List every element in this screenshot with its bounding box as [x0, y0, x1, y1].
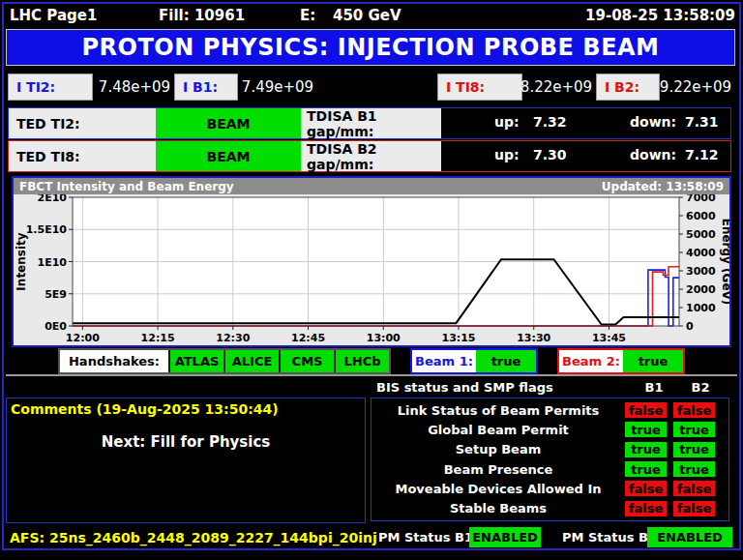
- svg-text:Intensity: Intensity: [15, 232, 28, 290]
- svg-text:13:45: 13:45: [592, 332, 626, 344]
- fbct-chart-panel: FBCT Intensity and Beam Energy Updated: …: [12, 176, 731, 347]
- banner-title: PROTON PHYSICS: INJECTION PROBE BEAM: [81, 34, 659, 61]
- separator-line: [6, 374, 737, 376]
- bis-flag-b1: true: [625, 442, 667, 457]
- bis-row-link-status: Link Status of Beam Permits false false: [372, 400, 728, 420]
- fbct-intensity-energy-chart: 12:0012:1512:3012:4513:0013:1513:3013:45…: [14, 194, 729, 345]
- lhc-page1-screen: LHC Page1 Fill: 10961 E: 450 GeV 19-08-2…: [0, 0, 743, 560]
- energy-value: 450 GeV: [333, 7, 401, 24]
- gap-down-label: down:: [630, 114, 676, 130]
- gap-up-label: up:: [494, 147, 520, 162]
- ted-row-ti2: TED TI2: BEAM TDISA B1 gap/mm: up: 7.32 …: [8, 107, 731, 139]
- intensity-label-ti2-text: I TI2:: [16, 79, 55, 95]
- datetime: 19-08-25 13:58:09: [585, 7, 735, 24]
- energy-label: E:: [300, 7, 315, 24]
- intensity-label-b2: I B2:: [596, 74, 660, 101]
- tdisa-b2-gap-label: TDISA B2 gap/mm:: [301, 141, 441, 171]
- bis-flag-b2: true: [673, 422, 715, 437]
- beam1-label: Beam 1:: [412, 350, 476, 372]
- svg-text:6000: 6000: [686, 210, 716, 222]
- intensity-label-ti2: I TI2:: [8, 74, 93, 101]
- chart-updated: Updated: 13:58:09: [602, 180, 724, 193]
- intensity-value-b2: 9.22e+09: [656, 74, 735, 101]
- svg-text:5000: 5000: [686, 228, 716, 241]
- bis-row-label: Stable Beams: [372, 501, 625, 516]
- ted-row-ti8: TED TI8: BEAM TDISA B2 gap/mm: up: 7.30 …: [8, 140, 731, 172]
- footer-bar: AFS: 25ns_2460b_2448_2089_2227_144bpi_20…: [0, 526, 743, 549]
- beam1-status-group: Beam 1: true: [410, 348, 538, 374]
- chart-body: 12:0012:1512:3012:4513:0013:1513:3013:45…: [14, 194, 729, 345]
- top-status-bar: LHC Page1 Fill: 10961 E: 450 GeV 19-08-2…: [8, 6, 735, 27]
- svg-text:13:00: 13:00: [367, 332, 401, 344]
- svg-text:0E0: 0E0: [45, 320, 67, 333]
- ted-ti8-status: BEAM: [156, 141, 301, 171]
- handshake-alice: ALICE: [223, 350, 279, 372]
- bis-flag-b1: false: [625, 501, 667, 516]
- svg-text:Energy (GeV): Energy (GeV): [720, 219, 729, 306]
- svg-text:7000: 7000: [686, 194, 716, 204]
- intensity-label-ti8: I TI8:: [437, 74, 522, 101]
- bis-flag-b2: false: [673, 402, 715, 418]
- afs-scheme-text: AFS: 25ns_2460b_2448_2089_2227_144bpi_20…: [10, 530, 377, 545]
- ted-ti2-label: TED TI2:: [9, 108, 156, 138]
- intensity-label-b1-text: I B1:: [183, 79, 218, 95]
- pm-status-b1-value: ENABLED: [469, 527, 541, 547]
- bis-row-global-permit: Global Beam Permit true true: [372, 420, 728, 439]
- beam2-status-group: Beam 2: true: [557, 348, 685, 374]
- handshakes-label: Handshakes:: [60, 350, 168, 372]
- ted-ti2-status: BEAM: [156, 108, 301, 138]
- intensity-row: I TI2: 7.48e+09 I B1: 7.49e+09 I TI8: 8.…: [0, 70, 743, 104]
- intensity-label-ti8-text: I TI8:: [446, 79, 485, 95]
- beam2-value: true: [623, 350, 683, 372]
- svg-text:12:45: 12:45: [291, 332, 325, 344]
- intensity-value-b1: 7.49e+09: [238, 74, 317, 101]
- bis-row-setup-beam: Setup Beam true true: [372, 440, 728, 459]
- svg-text:12:00: 12:00: [66, 332, 100, 344]
- gap-down-value: 7.12: [685, 147, 719, 162]
- handshake-cms: CMS: [279, 350, 334, 372]
- bis-row-moveable-devices: Moveable Devices Allowed In false false: [372, 479, 728, 498]
- gap-up-label: up:: [494, 114, 520, 130]
- comments-body: Next: Fill for Physics: [7, 433, 365, 451]
- svg-text:12:30: 12:30: [216, 332, 250, 344]
- bis-flag-b1: true: [625, 422, 667, 437]
- ted-ti8-label: TED TI8:: [9, 141, 156, 171]
- intensity-value-ti8: 8.22e+09: [517, 74, 596, 101]
- bis-flag-b2: false: [673, 481, 715, 496]
- gap-down-label: down:: [630, 147, 676, 162]
- handshakes-group: Handshakes: ATLAS ALICE CMS LHCb: [58, 348, 391, 374]
- tdisa-b1-gap-label: TDISA B1 gap/mm:: [301, 108, 441, 138]
- bis-col-b2: B2: [685, 380, 716, 395]
- beam2-label: Beam 2:: [559, 350, 623, 372]
- handshake-lhcb: LHCb: [334, 350, 389, 372]
- bis-title: BIS status and SMP flags: [376, 380, 553, 395]
- intensity-label-b1: I B1:: [174, 74, 238, 101]
- svg-text:3000: 3000: [686, 265, 716, 278]
- comments-panel: Comments (19-Aug-2025 13:50:44) Next: Fi…: [6, 398, 366, 523]
- svg-text:1000: 1000: [686, 302, 716, 314]
- beam1-value: true: [476, 350, 536, 372]
- svg-text:2000: 2000: [686, 283, 716, 296]
- bis-row-stable-beams: Stable Beams false false: [372, 499, 728, 518]
- pm-status-b2-label: PM Status B2: [562, 530, 657, 545]
- svg-text:13:15: 13:15: [441, 332, 475, 344]
- svg-text:12:15: 12:15: [141, 332, 175, 344]
- gap-up-value: 7.32: [533, 114, 567, 130]
- gap-up-value: 7.30: [533, 147, 567, 162]
- gap-down-value: 7.31: [685, 114, 719, 130]
- pm-status-b1-label: PM Status B1: [378, 530, 473, 545]
- svg-text:4000: 4000: [686, 247, 716, 259]
- bis-flag-b2: true: [673, 461, 715, 477]
- intensity-value-ti2: 7.48e+09: [95, 74, 174, 101]
- app-title: LHC Page1: [10, 7, 97, 24]
- tdisa-b2-gap-values: up: 7.30 down: 7.12: [441, 141, 730, 171]
- svg-text:13:30: 13:30: [517, 332, 550, 344]
- pm-status-b2-value: ENABLED: [647, 527, 732, 547]
- handshakes-row: Handshakes: ATLAS ALICE CMS LHCb Beam 1:…: [0, 349, 743, 373]
- handshake-atlas: ATLAS: [168, 350, 223, 372]
- bis-row-beam-presence: Beam Presence true true: [372, 459, 728, 479]
- bis-flag-b2: false: [673, 501, 715, 516]
- svg-text:5E9: 5E9: [45, 288, 67, 301]
- bis-header: BIS status and SMP flags B1 B2: [0, 378, 743, 397]
- svg-text:1E10: 1E10: [38, 256, 68, 269]
